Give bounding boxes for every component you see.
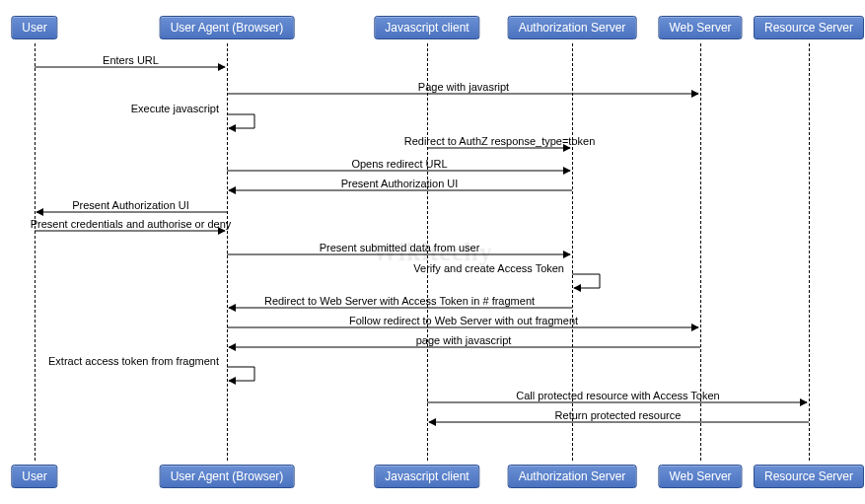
- message-3: Redirect to AuthZ response_type=token: [404, 135, 596, 147]
- message-8: Present submitted data from user: [320, 242, 480, 253]
- lifeline-agent: [227, 43, 228, 461]
- message-11: Follow redirect to Web Server with out f…: [349, 315, 578, 326]
- message-9: Verify and create Access Token: [413, 262, 564, 274]
- participant-res-top: Resource Server: [754, 16, 864, 39]
- lifeline-user: [35, 43, 36, 461]
- lifeline-res: [809, 43, 810, 461]
- message-7: Present credentials and authorise or den…: [31, 218, 232, 230]
- participant-authz-top: Authorization Server: [508, 16, 637, 39]
- message-14: Call protected resource with Access Toke…: [516, 390, 719, 401]
- message-10: Redirect to Web Server with Access Token…: [264, 295, 535, 307]
- participant-jsclient-bottom: Javascript client: [374, 465, 479, 488]
- participant-web-top: Web Server: [658, 16, 742, 39]
- participant-web-bottom: Web Server: [658, 465, 742, 488]
- participant-jsclient-top: Javascript client: [374, 16, 479, 39]
- participant-res-bottom: Resource Server: [754, 465, 864, 488]
- message-4: Opens redirect URL: [351, 158, 447, 170]
- participant-user-top: User: [11, 16, 57, 39]
- sequence-diagram: Wikitechy UserUserUser Agent (Browser)Us…: [0, 0, 865, 504]
- message-1: Page with javasript: [418, 81, 509, 93]
- message-13: Extract access token from fragment: [48, 355, 219, 367]
- message-12: page with javascript: [416, 334, 512, 346]
- message-6: Present Authorization UI: [72, 199, 189, 211]
- message-2: Execute javascript: [131, 103, 219, 114]
- message-15: Return protected resource: [555, 409, 682, 421]
- message-0: Enters URL: [103, 54, 159, 66]
- participant-agent-bottom: User Agent (Browser): [160, 465, 295, 488]
- participant-authz-bottom: Authorization Server: [508, 465, 637, 488]
- participant-agent-top: User Agent (Browser): [160, 16, 295, 39]
- message-5: Present Authorization UI: [341, 178, 459, 189]
- participant-user-bottom: User: [11, 465, 57, 488]
